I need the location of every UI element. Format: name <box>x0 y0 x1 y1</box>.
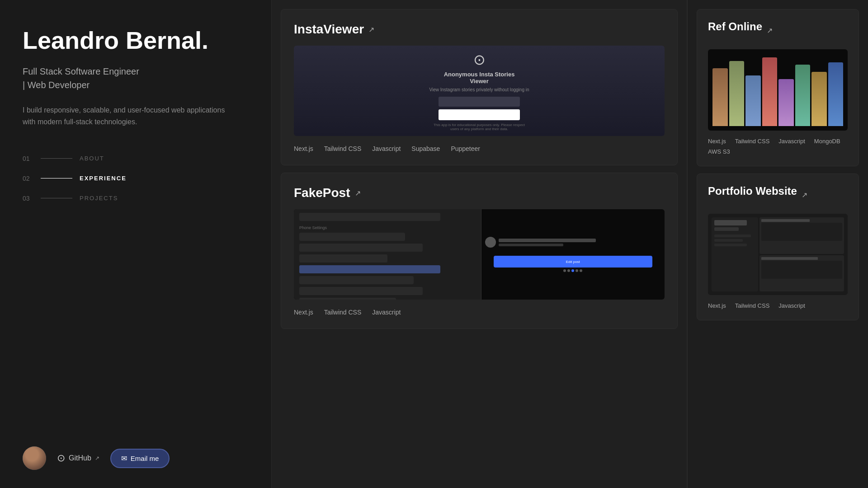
fakepost-left-panel: FakePost Phone Settings <box>294 209 481 300</box>
email-icon: ✉ <box>121 454 127 463</box>
instaviewer-desc: View Instagram stories privately without… <box>429 87 529 92</box>
nav-line-2 <box>41 178 72 178</box>
title-text: Full Stack Software Engineer | Web Devel… <box>23 65 249 92</box>
screenshot-fakepost: FakePost Phone Settings <box>294 209 665 300</box>
sidebar-item-about[interactable]: 01 ABOUT <box>23 155 249 162</box>
dot-5 <box>580 269 582 272</box>
project-header-portfolio: Portfolio Website ↗ <box>708 185 848 205</box>
project-tags-instaviewer: Next.js Tailwind CSS Javascript Supabase… <box>294 145 665 152</box>
sidebar-item-experience[interactable]: 02 EXPERIENCE <box>23 175 249 182</box>
tag-nextjs-2: Next.js <box>294 309 313 316</box>
screenshot-instaviewer: ⊙ Anonymous Insta StoriesViewer View Ins… <box>294 46 665 136</box>
nav-label-experience: EXPERIENCE <box>80 175 127 182</box>
instagram-icon: ⊙ <box>473 51 486 68</box>
dot-3 <box>571 269 574 272</box>
project-tags-ref-online: Next.js Tailwind CSS Javascript MongoDB … <box>708 138 848 155</box>
project-card-instaviewer: InstaViewer ↗ ⊙ Anonymous Insta StoriesV… <box>281 9 678 165</box>
nav-line-3 <box>41 198 72 198</box>
bio-text: I build responsive, scalable, and user-f… <box>23 104 240 127</box>
name-heading: Leandro Bernal. <box>23 27 249 54</box>
project-title-instaviewer: InstaViewer <box>294 22 364 37</box>
tag-tailwind-portfolio: Tailwind CSS <box>735 302 770 309</box>
external-link-fakepost-icon[interactable]: ↗ <box>355 189 361 197</box>
project-tags-portfolio: Next.js Tailwind CSS Javascript <box>708 302 848 309</box>
sidebar-bottom: ⊙ GitHub ↗ ✉ Email me <box>23 446 249 470</box>
project-card-ref-online: Ref Online ↗ <box>697 9 859 166</box>
sidebar: Leandro Bernal. Full Stack Software Engi… <box>0 0 271 488</box>
title-line1: Full Stack Software Engineer <box>23 66 139 76</box>
center-column: InstaViewer ↗ ⊙ Anonymous Insta StoriesV… <box>271 0 687 488</box>
fakepost-right-panel: Edit post <box>481 233 665 276</box>
instaviewer-btn-mock <box>439 109 520 120</box>
email-button[interactable]: ✉ Email me <box>110 449 170 468</box>
screenshot-ref-online <box>708 49 848 131</box>
fakepost-dots <box>563 269 582 272</box>
project-card-portfolio: Portfolio Website ↗ <box>697 174 859 320</box>
nav-num-1: 01 <box>23 155 33 162</box>
tag-supabase: Supabase <box>411 145 440 152</box>
nav-num-3: 03 <box>23 195 33 202</box>
dot-4 <box>576 269 578 272</box>
tag-tailwind-1: Tailwind CSS <box>324 145 361 152</box>
tag-javascript-2: Javascript <box>372 309 401 316</box>
external-link-instaviewer-icon[interactable]: ↗ <box>368 25 374 34</box>
github-icon: ⊙ <box>57 452 65 464</box>
tag-nextjs-1: Next.js <box>294 145 313 152</box>
dot-2 <box>567 269 570 272</box>
external-link-ref-icon[interactable]: ↗ <box>767 26 773 35</box>
external-link-icon: ↗ <box>95 455 99 461</box>
nav-num-2: 02 <box>23 175 33 182</box>
tag-javascript-1: Javascript <box>372 145 401 152</box>
external-link-portfolio-icon[interactable]: ↗ <box>802 191 807 199</box>
instaviewer-fine-text: This app is for educational purposes onl… <box>434 123 525 131</box>
tag-mongodb: MongoDB <box>814 138 840 145</box>
tag-tailwind-ref: Tailwind CSS <box>735 138 770 145</box>
tag-javascript-ref: Javascript <box>778 138 805 145</box>
tag-puppeteer: Puppeteer <box>451 145 480 152</box>
email-label: Email me <box>131 455 159 462</box>
project-tags-fakepost: Next.js Tailwind CSS Javascript <box>294 309 665 316</box>
sidebar-item-projects[interactable]: 03 PROJECTS <box>23 195 249 202</box>
project-title-fakepost: FakePost <box>294 186 350 200</box>
project-title-portfolio: Portfolio Website <box>708 185 797 197</box>
tag-nextjs-portfolio: Next.js <box>708 302 726 309</box>
instaviewer-heading: Anonymous Insta StoriesViewer <box>444 71 515 84</box>
nav-label-about: ABOUT <box>80 155 104 162</box>
dot-1 <box>563 269 566 272</box>
tag-aws-s3: AWS S3 <box>708 148 730 155</box>
project-card-fakepost: FakePost ↗ FakePost Phone Settings <box>281 173 678 329</box>
project-header-ref-online: Ref Online ↗ <box>708 20 848 40</box>
tag-javascript-portfolio: Javascript <box>778 302 805 309</box>
nav-label-projects: PROJECTS <box>80 195 118 202</box>
instaviewer-input-mock <box>439 97 520 107</box>
github-label: GitHub <box>69 454 91 462</box>
sidebar-top: Leandro Bernal. Full Stack Software Engi… <box>23 27 249 229</box>
nav-line-1 <box>41 158 72 159</box>
tag-nextjs-ref: Next.js <box>708 138 726 145</box>
title-line2: | Web Developer <box>23 80 90 90</box>
project-header-instaviewer: InstaViewer ↗ <box>294 22 665 37</box>
nav-menu: 01 ABOUT 02 EXPERIENCE 03 PROJECTS <box>23 155 249 202</box>
project-header-fakepost: FakePost ↗ <box>294 186 665 200</box>
screenshot-portfolio <box>708 214 848 295</box>
tag-tailwind-2: Tailwind CSS <box>324 309 361 316</box>
project-title-ref-online: Ref Online <box>708 20 762 33</box>
avatar-image <box>23 446 46 470</box>
main-content: InstaViewer ↗ ⊙ Anonymous Insta StoriesV… <box>271 0 868 488</box>
right-column: Ref Online ↗ <box>687 0 868 488</box>
github-link[interactable]: ⊙ GitHub ↗ <box>57 452 99 464</box>
avatar <box>23 446 46 470</box>
